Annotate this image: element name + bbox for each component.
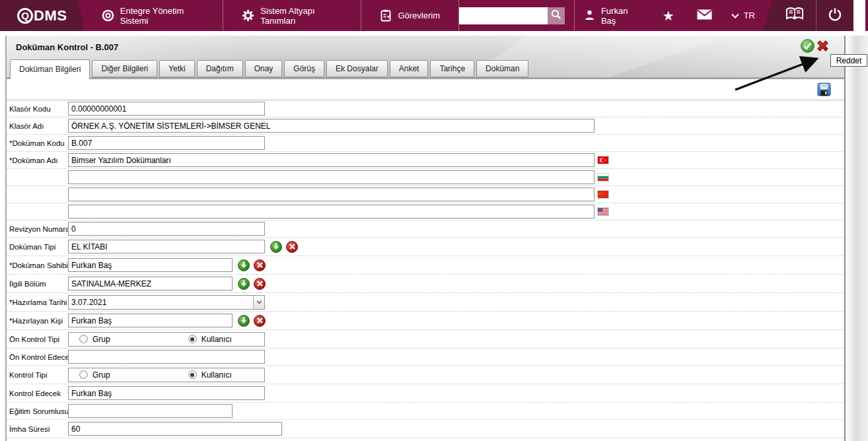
help-button[interactable] bbox=[774, 0, 816, 31]
on-kontrol-edecek-input[interactable] bbox=[68, 350, 265, 364]
tab-diger-bilgileri[interactable]: Diğer Bilgileri bbox=[92, 60, 157, 77]
tab-dagitim[interactable]: Dağıtım bbox=[197, 60, 243, 77]
save-button[interactable] bbox=[817, 83, 831, 99]
ilgili-bolum-input[interactable] bbox=[68, 277, 233, 290]
user-icon bbox=[584, 9, 595, 22]
tab-strip: Doküman Bilgileri Diğer Bilgileri Yetki … bbox=[7, 58, 844, 77]
qdms-logo[interactable]: QDMS bbox=[0, 0, 83, 31]
dokuman-sahibi-select-button[interactable] bbox=[238, 259, 250, 271]
radio-label: Grup bbox=[92, 335, 110, 344]
tab-yetki[interactable]: Yetki bbox=[159, 60, 195, 77]
content-frame: Doküman Kontrol - B.007 Doküman Bilgiler… bbox=[5, 36, 846, 441]
tab-anket[interactable]: Anket bbox=[390, 60, 429, 77]
form-row: İlgili Bölüm bbox=[7, 275, 844, 293]
envelope-icon bbox=[697, 9, 712, 22]
field-label: *Doküman Kodu bbox=[9, 139, 68, 147]
user-menu[interactable]: Furkan Baş bbox=[575, 0, 651, 31]
dokuman-tipi-select-button[interactable] bbox=[270, 241, 282, 253]
title-band: Doküman Kontrol - B.007 Doküman Bilgiler… bbox=[7, 36, 844, 79]
down-arrow-icon bbox=[240, 261, 247, 269]
imha-suresi-input[interactable] bbox=[68, 422, 282, 436]
favorites-button[interactable]: ★ bbox=[651, 0, 686, 31]
field-label: Kontrol Tipi bbox=[9, 371, 68, 379]
klasor-adi-input[interactable] bbox=[68, 119, 595, 133]
topbar-edge bbox=[865, 0, 868, 31]
form-row: Revizyon Numarası bbox=[7, 220, 844, 238]
dokuman-tipi-input[interactable] bbox=[68, 240, 265, 254]
ilgili-bolum-select-button[interactable] bbox=[238, 278, 250, 290]
tab-dokuman[interactable]: Doküman bbox=[476, 60, 528, 77]
clear-x-icon bbox=[289, 244, 295, 250]
dokuman-sahibi-input[interactable] bbox=[68, 258, 233, 272]
language-selector[interactable]: TR bbox=[723, 0, 763, 31]
form-row: Doküman Tipi bbox=[7, 238, 844, 256]
tab-onay[interactable]: Onay bbox=[245, 60, 283, 77]
hazirlayan-kisi-clear-button[interactable] bbox=[254, 315, 266, 327]
date-dropdown-button[interactable] bbox=[253, 296, 264, 309]
approve-button[interactable] bbox=[801, 39, 814, 55]
tab-ek-dosyalar[interactable]: Ek Dosyalar bbox=[326, 60, 388, 77]
tasks-clipboard-icon bbox=[380, 9, 392, 22]
reddet-tooltip: Reddet bbox=[830, 54, 867, 67]
klasor-kodu-input[interactable] bbox=[68, 102, 265, 116]
usa-flag-icon bbox=[598, 208, 608, 215]
radio-option-kullanici[interactable]: Kullanıcı bbox=[188, 370, 232, 380]
qdms-ring-icon bbox=[102, 9, 114, 22]
dokuman-adi-lang3-input[interactable] bbox=[68, 187, 595, 201]
search-button[interactable] bbox=[548, 7, 565, 24]
top-navigation-bar: QDMS Entegre Yönetim Sistemi bbox=[0, 0, 853, 31]
kontrol-edecek-input[interactable] bbox=[68, 386, 265, 400]
power-icon bbox=[828, 7, 842, 24]
revizyon-numarasi-input[interactable] bbox=[68, 222, 265, 236]
dokuman-tipi-clear-button[interactable] bbox=[286, 241, 298, 253]
down-arrow-icon bbox=[273, 243, 279, 250]
field-label: *Doküman Adı bbox=[9, 156, 68, 164]
form-row: Kontrol Tipi Grup Kullanıcı bbox=[7, 366, 844, 384]
tab-tarihce[interactable]: Tarihçe bbox=[430, 60, 474, 77]
dokuman-sahibi-clear-button[interactable] bbox=[254, 259, 266, 271]
radio-option-kullanici[interactable]: Kullanıcı bbox=[188, 335, 232, 344]
search-input[interactable] bbox=[459, 7, 548, 24]
menu-sistem-altyapi-tanimlari[interactable]: Sistem Altyapı Tanımları bbox=[223, 0, 361, 31]
tab-gorus[interactable]: Görüş bbox=[284, 60, 324, 77]
global-search bbox=[459, 0, 565, 31]
radio-label: Grup bbox=[92, 370, 110, 380]
down-arrow-icon bbox=[240, 280, 247, 287]
qdms-app: QDMS Entegre Yönetim Sistemi bbox=[0, 0, 868, 441]
hazirlayan-kisi-input[interactable] bbox=[68, 314, 233, 327]
help-book-icon bbox=[785, 7, 805, 25]
dokuman-adi-lang4-input[interactable] bbox=[68, 205, 595, 219]
right-gutter bbox=[847, 36, 868, 441]
logout-button[interactable] bbox=[816, 0, 853, 31]
menu-entegre-yonetim-sistemi[interactable]: Entegre Yönetim Sistemi bbox=[83, 0, 223, 31]
dokuman-kodu-input[interactable] bbox=[68, 136, 265, 150]
hazirlayan-kisi-select-button[interactable] bbox=[238, 315, 250, 327]
chevron-down-icon bbox=[256, 300, 262, 304]
form-row: *Doküman Sahibi bbox=[7, 256, 844, 275]
form-toolbar bbox=[7, 79, 844, 100]
hazirlama-tarihi-input[interactable] bbox=[69, 296, 253, 309]
field-label: Ön Kontrol Edecek bbox=[9, 353, 68, 361]
clear-x-icon bbox=[257, 262, 263, 268]
dokuman-adi-lang2-input[interactable] bbox=[68, 170, 595, 184]
form-row: Eğitim Sorumlusu bbox=[7, 403, 844, 420]
radio-option-grup[interactable]: Grup bbox=[79, 370, 110, 380]
menu-gorevlerim[interactable]: Görevlerim bbox=[361, 0, 459, 31]
radio-option-grup[interactable]: Grup bbox=[79, 335, 110, 344]
dokuman-adi-input[interactable] bbox=[68, 153, 595, 167]
user-name: Furkan Baş bbox=[601, 6, 642, 26]
form-row: Klasör Kodu bbox=[7, 100, 844, 118]
reject-button[interactable] bbox=[815, 38, 830, 56]
egitim-sorumlusu-input[interactable] bbox=[68, 404, 233, 418]
menu-label: Sistem Altyapı Tanımları bbox=[260, 6, 342, 26]
clear-x-icon bbox=[257, 318, 263, 323]
ilgili-bolum-clear-button[interactable] bbox=[254, 278, 266, 290]
messages-button[interactable] bbox=[686, 0, 723, 31]
form-row: *Hazırlama Tarihi bbox=[7, 293, 844, 312]
form-row: *Hazırlayan Kişi bbox=[7, 312, 844, 330]
form-row: *Doküman Adı bbox=[7, 152, 844, 169]
gear-icon bbox=[242, 9, 254, 22]
form-row: *Doküman Kodu bbox=[7, 135, 844, 152]
chevron-down-icon bbox=[731, 11, 739, 20]
tab-dokuman-bilgileri[interactable]: Doküman Bilgileri bbox=[10, 59, 90, 79]
